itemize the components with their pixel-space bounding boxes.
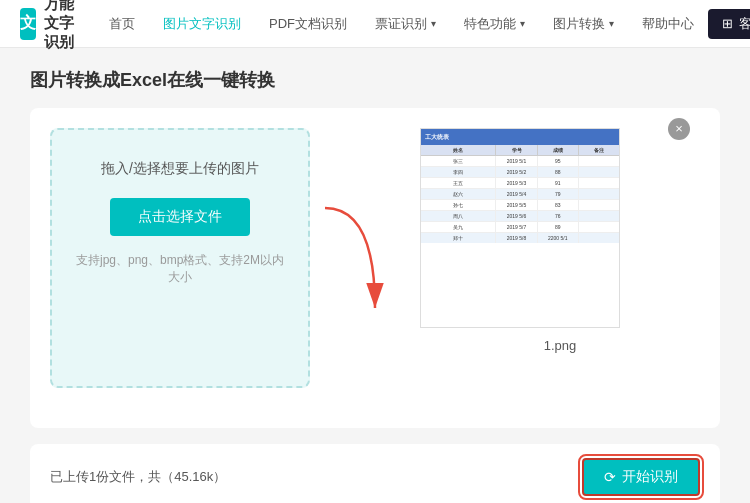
nav-home[interactable]: 首页 xyxy=(95,0,149,48)
main-nav: 首页 图片文字识别 PDF文档识别 票证识别 ▾ 特色功能 ▾ 图片转换 ▾ 帮… xyxy=(95,0,708,48)
file-name-label: 1.png xyxy=(420,338,700,353)
header: 文 万能文字识别 首页 图片文字识别 PDF文档识别 票证识别 ▾ 特色功能 ▾… xyxy=(0,0,750,48)
close-preview-button[interactable]: × xyxy=(668,118,690,140)
drag-arrow-icon xyxy=(315,198,385,318)
upload-preview: × 工大统表 姓名 学号 成绩 备注 张三 xyxy=(420,128,700,353)
upload-support-text: 支持jpg、png、bmp格式、支持2M以内大小 xyxy=(72,252,288,286)
excel-preview-image: 工大统表 姓名 学号 成绩 备注 张三 2019 5/1 95 xyxy=(420,128,620,328)
nav-image-convert[interactable]: 图片转换 ▾ xyxy=(539,0,628,48)
logo-area: 文 万能文字识别 xyxy=(20,0,75,52)
page-title: 图片转换成Excel在线一键转换 xyxy=(30,68,720,92)
download-button[interactable]: ⊞ 客户端下载 xyxy=(708,9,750,39)
nav-image-ocr[interactable]: 图片文字识别 xyxy=(149,0,255,48)
upload-dropzone[interactable]: 拖入/选择想要上传的图片 点击选择文件 支持jpg、png、bmp格式、支持2M… xyxy=(50,128,310,388)
nav-ticket-ocr[interactable]: 票证识别 ▾ xyxy=(361,0,450,48)
nav-pdf-ocr[interactable]: PDF文档识别 xyxy=(255,0,361,48)
nav-special-features[interactable]: 特色功能 ▾ xyxy=(450,0,539,48)
logo-text: 万能文字识别 xyxy=(44,0,75,52)
download-label: 客户端下载 xyxy=(739,15,750,33)
start-recognize-button[interactable]: ⟳ 开始识别 xyxy=(582,458,700,496)
main-content: 图片转换成Excel在线一键转换 拖入/选择想要上传的图片 点击选择文件 支持j… xyxy=(0,48,750,503)
upload-hint: 拖入/选择想要上传的图片 xyxy=(72,160,288,178)
upload-section: 拖入/选择想要上传的图片 点击选择文件 支持jpg、png、bmp格式、支持2M… xyxy=(30,108,720,428)
refresh-icon: ⟳ xyxy=(604,469,616,485)
file-count-label: 已上传1份文件，共（45.16k） xyxy=(50,468,226,486)
bottom-bar: 已上传1份文件，共（45.16k） ⟳ 开始识别 xyxy=(30,444,720,503)
logo-icon: 文 xyxy=(20,8,36,40)
nav-help[interactable]: 帮助中心 xyxy=(628,0,708,48)
header-right: ⊞ 客户端下载 xyxy=(708,9,750,39)
select-file-button[interactable]: 点击选择文件 xyxy=(110,198,250,236)
convert-arrow-icon: ▾ xyxy=(609,18,614,29)
win-icon: ⊞ xyxy=(722,16,733,31)
start-label: 开始识别 xyxy=(622,468,678,486)
ticket-arrow-icon: ▾ xyxy=(431,18,436,29)
special-arrow-icon: ▾ xyxy=(520,18,525,29)
